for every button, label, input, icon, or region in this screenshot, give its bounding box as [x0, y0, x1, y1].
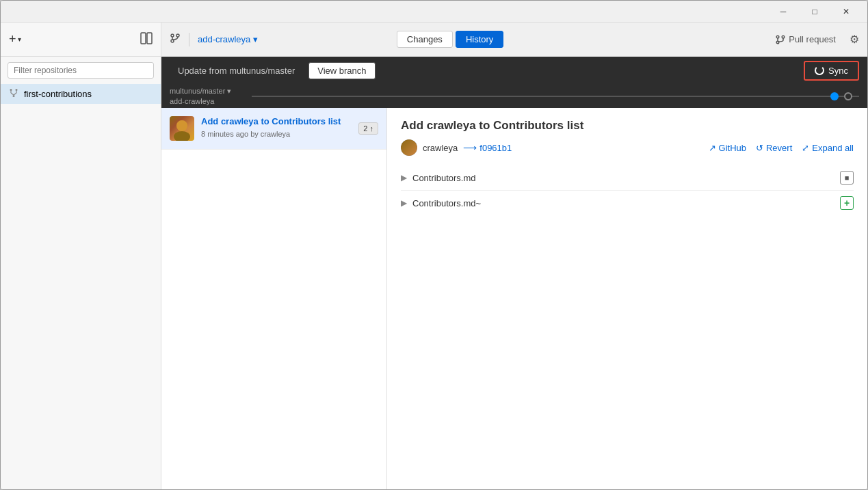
update-from-upstream-button[interactable]: Update from multunus/master [170, 63, 303, 79]
view-branch-button[interactable]: View branch [308, 62, 375, 79]
sync-button[interactable]: Sync [804, 61, 859, 81]
close-button[interactable]: ✕ [830, 1, 862, 23]
upstream-branch-label[interactable]: multunus/master ▾ [170, 87, 252, 96]
pull-request-label: Pull request [789, 34, 836, 44]
graph-line-area [252, 84, 859, 108]
separator [189, 33, 189, 46]
author-avatar [401, 139, 417, 156]
local-branch-label: add-crawleya [170, 97, 252, 105]
svg-rect-1 [147, 33, 152, 44]
avatar-placeholder [170, 116, 194, 141]
detail-panel: Add crawleya to Contributors list crawle… [387, 108, 867, 489]
svg-point-19 [176, 120, 187, 131]
file-name-2: Contributors.md~ [412, 198, 840, 208]
app-window: ─ □ ✕ + ▾ [0, 0, 868, 490]
file-list: ▶ Contributors.md ■ ▶ Contributors.md~ + [401, 165, 854, 215]
title-bar: ─ □ ✕ [1, 1, 867, 23]
file-row-contributors-md-tilde[interactable]: ▶ Contributors.md~ + [401, 191, 854, 215]
avatar-image [170, 116, 194, 141]
svg-point-10 [176, 34, 179, 37]
sidebar: + ▾ [1, 23, 161, 489]
layout-icon [140, 32, 153, 44]
commit-badge: 2 ↑ [358, 122, 378, 135]
chevron-right-icon-2: ▶ [401, 198, 407, 208]
file-added-badge: + [840, 196, 854, 210]
commit-item[interactable]: Add crawleya to Contributors list 8 minu… [161, 108, 386, 150]
external-link-icon: ↗ [709, 143, 716, 153]
dropdown-arrow-icon: ▾ [18, 36, 21, 43]
graph-dot-current [830, 92, 839, 100]
expand-all-button[interactable]: ⤢ Expand all [802, 143, 854, 153]
svg-point-3 [16, 89, 18, 91]
branch-dropdown-icon: ▾ [253, 34, 258, 44]
expand-icon: ⤢ [802, 143, 809, 153]
file-row-contributors-md[interactable]: ▶ Contributors.md ■ [401, 165, 854, 191]
branch-graph-labels: multunus/master ▾ add-crawleya [170, 87, 252, 105]
minimize-button[interactable]: ─ [767, 1, 799, 23]
author-name: crawleya [423, 143, 458, 153]
fork-icon [9, 88, 18, 98]
svg-line-8 [14, 93, 16, 95]
repo-name: first-contributions [24, 89, 92, 99]
commit-list: Add crawleya to Contributors list 8 minu… [161, 108, 387, 489]
sync-label: Sync [828, 66, 848, 76]
commit-hash: f0961b1 [479, 143, 512, 153]
sync-icon [815, 66, 824, 75]
history-area: Update from multunus/master View branch … [161, 57, 867, 489]
detail-title: Add crawleya to Contributors list [401, 119, 854, 133]
file-name: Contributors.md [412, 173, 840, 183]
gear-icon: ⚙ [850, 33, 859, 45]
graph-line [252, 96, 859, 97]
add-repository-button[interactable]: + ▾ [9, 32, 21, 46]
svg-point-9 [171, 34, 174, 37]
branch-graph: multunus/master ▾ add-crawleya [161, 84, 867, 108]
commit-icon: ⟶ [463, 142, 477, 153]
filter-area [1, 57, 161, 84]
expand-all-label: Expand all [812, 143, 854, 153]
repo-icon [9, 88, 18, 100]
tab-history[interactable]: History [456, 31, 503, 48]
commit-title: Add crawleya to Contributors list [201, 116, 352, 128]
github-label: GitHub [719, 143, 746, 153]
maximize-button[interactable]: □ [799, 1, 830, 23]
pull-request-button[interactable]: Pull request [775, 34, 836, 45]
revert-label: Revert [766, 143, 792, 153]
branch-bar: Update from multunus/master View branch … [161, 57, 867, 84]
branch-name: add-crawleya [198, 34, 250, 44]
filter-repositories-input[interactable] [8, 62, 154, 79]
repo-item-first-contributions[interactable]: first-contributions [1, 84, 161, 104]
content-area: Add crawleya to Contributors list 8 minu… [161, 108, 867, 489]
commit-hash-link[interactable]: ⟶ f0961b1 [463, 142, 512, 153]
branch-svg-icon [170, 33, 181, 44]
layout-toggle-button[interactable] [140, 32, 153, 47]
plus-icon: + [9, 32, 16, 46]
author-avatar-img [401, 139, 417, 156]
repository-list: first-contributions [1, 84, 161, 489]
main-toolbar: add-crawleya ▾ Changes History Pull r [161, 23, 867, 57]
github-link-button[interactable]: ↗ GitHub [709, 143, 746, 153]
svg-point-13 [777, 36, 780, 38]
commit-avatar [170, 116, 194, 141]
settings-button[interactable]: ⚙ [850, 33, 859, 46]
sidebar-header: + ▾ [1, 23, 161, 57]
svg-rect-0 [141, 33, 146, 44]
revert-button[interactable]: ↺ Revert [756, 143, 792, 153]
tab-group: Changes History [397, 31, 504, 48]
title-bar-controls: ─ □ ✕ [767, 1, 862, 23]
main-area: add-crawleya ▾ Changes History Pull r [161, 23, 867, 489]
svg-point-18 [174, 131, 190, 141]
svg-point-2 [10, 89, 12, 91]
app-body: + ▾ [1, 23, 867, 489]
branch-selector[interactable]: add-crawleya ▾ [198, 34, 258, 44]
svg-point-4 [13, 95, 15, 97]
revert-icon: ↺ [756, 143, 763, 153]
chevron-right-icon: ▶ [401, 173, 407, 182]
detail-actions: ↗ GitHub ↺ Revert ⤢ Expand all [709, 143, 854, 153]
svg-line-7 [11, 93, 14, 95]
file-modified-badge: ■ [840, 171, 854, 185]
commit-info: Add crawleya to Contributors list 8 minu… [201, 116, 352, 138]
commit-meta: 8 minutes ago by crawleya [201, 130, 352, 138]
branch-icon [170, 33, 181, 46]
detail-author-row: crawleya ⟶ f0961b1 ↗ GitHub [401, 139, 854, 156]
tab-changes[interactable]: Changes [397, 31, 453, 48]
